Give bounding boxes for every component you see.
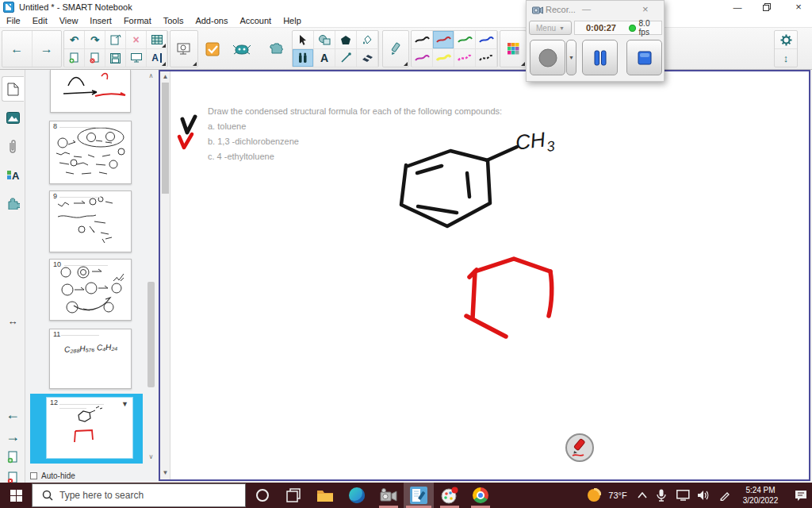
save-button[interactable] [105,49,126,67]
taskbar-clock[interactable]: 5:24 PM 3/20/2022 [736,485,785,506]
screen-capture-button[interactable] [170,30,198,67]
table-button[interactable] [147,31,167,49]
stamp-icon[interactable] [263,30,290,67]
cortana-button[interactable] [247,483,278,508]
pen-black-dashed[interactable] [476,49,497,67]
delete-page-button[interactable] [85,49,105,67]
page-thumbnail-12-selected[interactable]: 12 ▼ [30,394,143,464]
sorter-scroll-up[interactable]: ∧ [146,71,156,81]
menu-file[interactable]: File [6,16,21,25]
recorder-minimize[interactable]: — [582,4,591,13]
notebook-app-button[interactable] [404,483,434,508]
page-canvas[interactable]: ▲ ▼ Draw the condensed structural formul… [159,70,810,481]
settings-gear-button[interactable] [775,31,797,49]
forward-button[interactable]: → [33,31,62,67]
tab-gallery[interactable] [2,105,24,130]
page-thumbnail-10[interactable]: 10 [49,259,132,321]
chrome-button[interactable] [465,483,496,508]
microphone-icon [657,489,666,502]
menu-addons[interactable]: Add-ons [195,16,228,25]
start-button[interactable] [0,483,32,508]
display-tray-button[interactable] [672,483,693,508]
edge-button[interactable] [342,483,372,508]
paint-app-button[interactable] [435,483,465,508]
delete-button[interactable]: × [126,31,147,49]
line-tool[interactable] [335,49,357,67]
polygon-tool[interactable] [335,31,357,49]
notification-icon [795,490,807,501]
taskbar-search[interactable] [32,483,246,507]
page-thumbnail-7[interactable] [50,70,131,113]
microphone-tray-button[interactable] [652,483,671,508]
weather-temp[interactable]: 73°F [604,483,631,508]
back-button[interactable]: ← [2,31,33,67]
fill-tool[interactable] [357,31,378,49]
pen-pink-dashed[interactable] [454,49,476,67]
weather-button[interactable] [584,483,604,508]
menu-edit[interactable]: Edit [33,16,48,25]
tab-addons[interactable] [2,190,24,216]
page-thumbnail-11[interactable]: 11 C₂₈₈H₅₇₆ C₄H₂₄ [49,329,132,389]
select-tool[interactable] [293,31,314,49]
record-button[interactable] [530,40,565,75]
panel-resize-handle[interactable]: ↔ [2,308,24,333]
measure-tool[interactable] [293,49,314,67]
menu-tools[interactable]: Tools [163,16,184,25]
recorder-app-button[interactable] [373,483,404,508]
sorter-scroll-thumb[interactable] [147,282,155,387]
menu-insert[interactable]: Insert [90,16,112,25]
explorer-button[interactable] [310,483,340,508]
recorder-close[interactable]: × [642,3,649,15]
page-thumbnail-8[interactable]: 8 [49,121,132,184]
pen-tray-button[interactable] [715,483,734,508]
toolbar-move-button[interactable]: ↕ [775,49,797,67]
pen-button[interactable] [382,30,409,67]
stop-button[interactable] [626,40,662,75]
undo-button[interactable]: ↶ [64,31,85,49]
sorter-scrollbar[interactable]: ∧ ∨ [146,70,156,468]
main-toolbar: ← → ↶ ↷ × A [0,28,812,70]
tab-attachments[interactable] [2,133,24,159]
recorder-window[interactable]: Recor... — × Menu▼ 0:00:27 8.0 fps ▼ [526,0,665,82]
pen-magenta[interactable] [412,49,433,67]
page-thumbnail-9[interactable]: 9 [49,190,132,252]
screen-shade-button[interactable] [126,49,147,67]
menu-account[interactable]: Account [239,16,271,25]
menu-format[interactable]: Format [124,16,151,25]
record-options-dropdown[interactable]: ▼ [566,40,576,75]
restore-button[interactable] [757,2,776,13]
eraser-tool[interactable] [357,49,378,67]
volume-tray-button[interactable] [693,483,714,508]
pen-blue[interactable] [476,31,497,49]
notification-center-button[interactable] [790,483,812,508]
pen-green[interactable] [454,31,476,49]
page-menu-caret[interactable]: ▼ [121,400,128,408]
menu-view[interactable]: View [59,16,79,25]
tab-page-sorter[interactable] [2,76,24,102]
tray-chevron-button[interactable] [633,483,652,508]
redo-button[interactable]: ↷ [85,31,105,49]
pause-button[interactable] [582,40,618,75]
pen-cursor-indicator[interactable] [565,433,594,462]
add-page-button[interactable] [64,49,85,67]
close-button[interactable]: × [789,2,808,13]
task-view-button[interactable] [278,483,308,508]
pen-yellow[interactable] [433,49,454,67]
pen-black[interactable] [412,31,433,49]
smart-lab-icon[interactable] [228,30,255,67]
shapes-tool[interactable] [314,31,335,49]
search-input[interactable] [59,490,226,501]
checker-button[interactable] [201,30,224,67]
sort-button[interactable]: A [147,49,167,67]
red-hexagon-ink [466,259,552,337]
paste-button[interactable] [105,31,126,49]
text-tool[interactable]: A [314,49,335,67]
pen-red[interactable] [433,31,454,49]
recorder-menu-button[interactable]: Menu▼ [529,21,572,35]
tab-properties[interactable]: A [2,162,24,187]
autohide-checkbox[interactable] [30,472,37,479]
minimize-button[interactable]: — [728,2,747,13]
sorter-scroll-down[interactable]: ∨ [146,452,156,462]
menu-help[interactable]: Help [283,16,301,25]
color-palette-button[interactable] [500,30,527,67]
